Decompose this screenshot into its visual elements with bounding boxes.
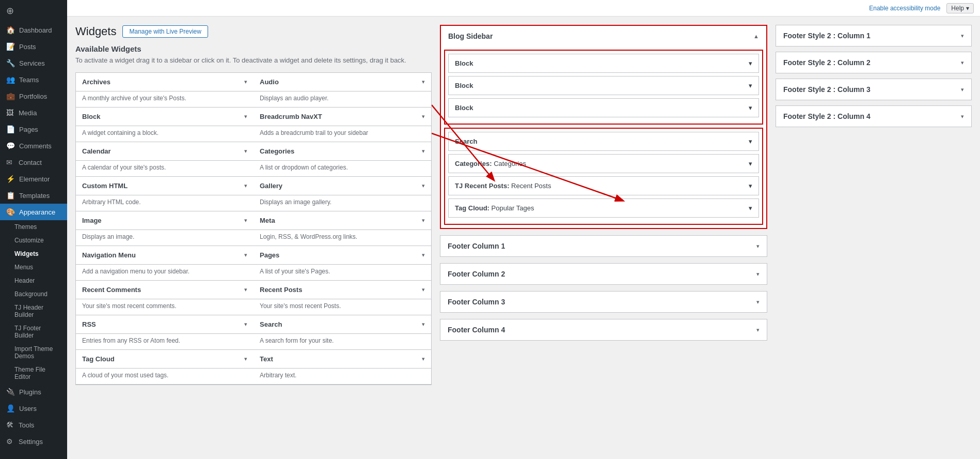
widget-item-meta: Meta ▾ Login, RSS, & WordPress.org links…: [254, 211, 431, 246]
blog-sidebar-header[interactable]: Blog Sidebar ▲: [441, 26, 766, 47]
widget-header-meta[interactable]: Meta ▾: [254, 211, 431, 230]
sidebar-item-services[interactable]: 🔧Services: [0, 55, 67, 71]
blog-sidebar-blocks-area: Block ▾ Block ▾ Block ▾: [444, 50, 763, 125]
wp-logo-icon: ⊕: [6, 5, 14, 17]
widget-name-recent-comments: Recent Comments: [82, 286, 141, 294]
widget-item-text: Text ▾ Arbitrary text.: [254, 350, 431, 385]
widget-chevron-categories-icon: ▾: [422, 148, 425, 155]
sidebar-item-comments[interactable]: 💬Comments: [0, 137, 67, 154]
header-fs2-col-3[interactable]: Footer Style 2 : Column 3 ▾: [776, 79, 971, 100]
section-footer-col-4: Footer Column 4 ▾: [440, 319, 767, 341]
widget-header-search[interactable]: Search ▾: [254, 315, 431, 334]
widget-desc-search: A search form for your site.: [254, 334, 431, 350]
blog-sidebar-categories[interactable]: Categories: Categories ▾: [448, 154, 759, 173]
sidebar-item-pages[interactable]: 📄Pages: [0, 121, 67, 137]
manage-live-preview-button[interactable]: Manage with Live Preview: [122, 25, 208, 38]
widget-desc-meta: Login, RSS, & WordPress.org links.: [254, 230, 431, 246]
settings-icon: ⚙: [6, 437, 14, 446]
widget-item-rss: RSS ▾ Entries from any RSS or Atom feed.: [76, 315, 254, 350]
sidebar-subitem-header[interactable]: Header: [0, 274, 67, 287]
widget-header-recent-posts[interactable]: Recent Posts ▾: [254, 281, 431, 299]
search-chevron-icon: ▾: [749, 137, 752, 145]
title-footer-col-3: Footer Column 3: [448, 298, 505, 306]
sidebar-item-templates[interactable]: 📋Templates: [0, 187, 67, 204]
widget-header-pages[interactable]: Pages ▾: [254, 246, 431, 265]
widget-name-image: Image: [82, 217, 102, 224]
widget-header-recent-comments[interactable]: Recent Comments ▾: [76, 281, 254, 299]
title-fs2-col-2: Footer Style 2 : Column 2: [783, 58, 871, 67]
widget-chevron-search-icon: ▾: [422, 321, 425, 328]
sidebar-item-dashboard[interactable]: 🏠Dashboard: [0, 22, 67, 38]
sidebar-item-tools[interactable]: 🛠Tools: [0, 417, 67, 433]
widget-item-custom-html: Custom HTML ▾ Arbitrary HTML code.: [76, 177, 254, 211]
sidebar-item-media[interactable]: 🖼Media: [0, 104, 67, 121]
sidebar-subitem-theme-file-editor[interactable]: Theme File Editor: [0, 363, 67, 384]
sidebar-label-pages: Pages: [19, 126, 38, 133]
widget-header-navigation-menu[interactable]: Navigation Menu ▾: [76, 246, 254, 265]
blog-sidebar-block-1[interactable]: Block ▾: [448, 54, 759, 73]
sidebar-subitem-tj-header-builder[interactable]: TJ Header Builder: [0, 301, 67, 322]
sidebar-subitem-widgets[interactable]: Widgets: [0, 247, 67, 261]
sidebar-logo: ⊕: [0, 0, 67, 22]
header-footer-col-2[interactable]: Footer Column 2 ▾: [440, 264, 767, 284]
help-button[interactable]: Help ▾: [946, 3, 974, 13]
sidebar-item-posts[interactable]: 📝Posts: [0, 38, 67, 55]
title-fs2-col-4: Footer Style 2 : Column 4: [783, 112, 871, 120]
section-fs2-col-1: Footer Style 2 : Column 1 ▾: [776, 25, 972, 47]
widget-header-text[interactable]: Text ▾: [254, 350, 431, 369]
widget-name-recent-posts: Recent Posts: [260, 286, 302, 294]
sidebar-subitem-customize[interactable]: Customize: [0, 234, 67, 247]
header-fs2-col-2[interactable]: Footer Style 2 : Column 2 ▾: [776, 52, 971, 73]
blog-sidebar-tag-cloud[interactable]: Tag Cloud: Popular Tages ▾: [448, 198, 759, 218]
sidebar-label-portfolios: Portfolios: [19, 93, 47, 100]
widget-header-audio[interactable]: Audio ▾: [254, 73, 431, 91]
widget-chevron-gallery-icon: ▾: [422, 182, 425, 189]
sidebar-subitem-menus[interactable]: Menus: [0, 261, 67, 274]
widget-header-block[interactable]: Block ▾: [76, 108, 254, 126]
sidebar-item-appearance[interactable]: 🎨Appearance: [0, 204, 67, 220]
sidebar-subitem-themes[interactable]: Themes: [0, 220, 67, 234]
sidebar-subitem-background[interactable]: Background: [0, 287, 67, 301]
header-fs2-col-1[interactable]: Footer Style 2 : Column 1 ▾: [776, 25, 971, 46]
sidebar-item-users[interactable]: 👤Users: [0, 400, 67, 417]
header-footer-col-3[interactable]: Footer Column 3 ▾: [440, 292, 767, 312]
posts-icon: 📝: [6, 42, 15, 51]
header-footer-col-1[interactable]: Footer Column 1 ▾: [440, 236, 767, 256]
blog-sidebar-search[interactable]: Search ▾: [448, 132, 759, 151]
blog-sidebar-recent-posts[interactable]: TJ Recent Posts: Recent Posts ▾: [448, 176, 759, 195]
widget-header-categories[interactable]: Categories ▾: [254, 142, 431, 161]
blog-sidebar-block-2[interactable]: Block ▾: [448, 76, 759, 95]
widget-item-breadcrumb-navxt: Breadcrumb NavXT ▾ Adds a breadcrumb tra…: [254, 108, 431, 142]
widget-item-search: Search ▾ A search form for your site.: [254, 315, 431, 350]
widget-header-archives[interactable]: Archives ▾: [76, 73, 254, 91]
widget-header-image[interactable]: Image ▾: [76, 211, 254, 230]
sidebar-item-teams[interactable]: 👥Teams: [0, 71, 67, 88]
widget-name-search: Search: [260, 320, 282, 328]
header-footer-col-4[interactable]: Footer Column 4 ▾: [440, 319, 767, 340]
accessibility-mode-link[interactable]: Enable accessibility mode: [869, 5, 940, 12]
sidebar-subitem-tj-footer-builder[interactable]: TJ Footer Builder: [0, 322, 67, 342]
sidebar-item-elementor[interactable]: ⚡Elementor: [0, 171, 67, 187]
widget-header-breadcrumb-navxt[interactable]: Breadcrumb NavXT ▾: [254, 108, 431, 126]
sidebar-item-portfolios[interactable]: 💼Portfolios: [0, 88, 67, 104]
widget-header-custom-html[interactable]: Custom HTML ▾: [76, 177, 254, 195]
sidebar-label-comments: Comments: [19, 142, 52, 150]
sidebar-item-plugins[interactable]: 🔌Plugins: [0, 384, 67, 400]
templates-icon: 📋: [6, 191, 15, 200]
blog-sidebar-block-3[interactable]: Block ▾: [448, 98, 759, 117]
widget-desc-rss: Entries from any RSS or Atom feed.: [76, 334, 254, 350]
widget-header-tag-cloud[interactable]: Tag Cloud ▾: [76, 350, 254, 369]
widget-header-calendar[interactable]: Calendar ▾: [76, 142, 254, 161]
sidebar-label-users: Users: [19, 405, 37, 412]
widget-chevron-pages-icon: ▾: [422, 252, 425, 258]
sidebar-item-settings[interactable]: ⚙Settings: [0, 433, 67, 450]
sidebar-label-posts: Posts: [19, 43, 36, 51]
topbar: Enable accessibility mode Help ▾: [67, 0, 980, 17]
widget-header-rss[interactable]: RSS ▾: [76, 315, 254, 334]
widget-chevron-text-icon: ▾: [422, 356, 425, 362]
sidebar-subitem-import-theme-demos[interactable]: Import Theme Demos: [0, 342, 67, 363]
header-fs2-col-4[interactable]: Footer Style 2 : Column 4 ▾: [776, 106, 971, 127]
widget-header-gallery[interactable]: Gallery ▾: [254, 177, 431, 195]
sidebar-item-contact[interactable]: ✉Contact: [0, 154, 67, 171]
section-description: To activate a widget drag it to a sideba…: [75, 56, 432, 64]
